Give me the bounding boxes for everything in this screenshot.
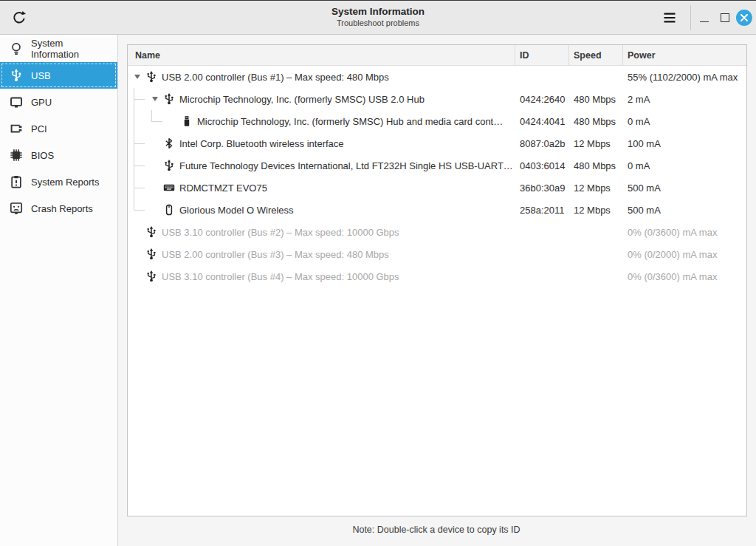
pci-card-icon: [10, 122, 23, 135]
keyboard-icon: [163, 182, 175, 194]
triangle-down-icon: [152, 97, 158, 101]
cell-power: 55% (1102/2000) mA max: [623, 72, 746, 83]
usb-icon: [163, 93, 175, 105]
bluetooth-icon: [163, 137, 175, 149]
sidebar-item-bios[interactable]: BIOS: [0, 142, 117, 168]
table-row[interactable]: USB 2.00 controller (Bus #1) – Max speed…: [128, 66, 746, 88]
device-name: USB 2.00 controller (Bus #3) – Max speed…: [162, 249, 389, 260]
device-name: USB 3.10 controller (Bus #2) – Max speed…: [162, 227, 399, 238]
sidebar-item-label: Crash Reports: [31, 203, 93, 214]
table-row[interactable]: Glorious Model O Wireless 258a:2011 12 M…: [128, 199, 746, 221]
cell-speed: 480 Mbps: [569, 116, 623, 127]
sidebar-item-system-reports[interactable]: System Reports: [0, 168, 117, 195]
table-row[interactable]: RDMCTMZT EVO75 36b0:30a9 12 Mbps 500 mA: [128, 177, 746, 199]
lightbulb-icon: [10, 42, 23, 55]
column-header-speed[interactable]: Speed: [569, 45, 623, 65]
sidebar-item-label: System Information: [31, 38, 111, 60]
usb-icon: [10, 69, 23, 82]
expander-spacer: [129, 243, 145, 265]
tree-connector: [129, 88, 147, 110]
cell-power: 0% (0/3600) mA max: [623, 271, 746, 282]
sidebar-item-label: PCI: [31, 123, 47, 134]
expander-spacer: [165, 110, 181, 132]
close-button[interactable]: [736, 10, 752, 26]
cell-id: 36b0:30a9: [515, 182, 569, 194]
cell-power: 2 mA: [623, 94, 746, 105]
cell-speed: 480 Mbps: [569, 94, 623, 105]
column-header-id[interactable]: ID: [515, 45, 569, 65]
table-row[interactable]: USB 3.10 controller (Bus #2) – Max speed…: [128, 221, 746, 243]
sidebar-item-pci[interactable]: PCI: [0, 115, 117, 142]
table-row[interactable]: Intel Corp. Bluetooth wireless interface…: [128, 132, 746, 154]
window-title: System Information: [230, 5, 526, 18]
cell-speed: 12 Mbps: [569, 205, 623, 216]
expander-spacer: [147, 177, 163, 199]
app-window: System Information Troubleshoot problems…: [0, 0, 756, 546]
tree-connector: [129, 199, 147, 221]
usb-icon: [145, 71, 157, 83]
tree-connector: [129, 132, 147, 154]
table-row[interactable]: Future Technology Devices International,…: [128, 154, 746, 177]
usb-icon: [145, 226, 157, 238]
titlebar: System Information Troubleshoot problems: [0, 1, 756, 35]
sidebar-item-crash-reports[interactable]: Crash Reports: [0, 195, 117, 222]
cell-name: RDMCTMZT EVO75: [128, 177, 515, 199]
refresh-button[interactable]: [10, 8, 29, 27]
expander-spacer: [129, 221, 145, 243]
sidebar-item-label: BIOS: [31, 150, 54, 161]
cell-name: USB 3.10 controller (Bus #4) – Max speed…: [128, 265, 515, 287]
cell-id: 8087:0a2b: [515, 138, 569, 149]
sidebar-item-usb[interactable]: USB: [0, 62, 117, 89]
clipboard-icon: [10, 175, 23, 188]
cell-power: 100 mA: [623, 138, 746, 149]
cell-id: 0424:4041: [515, 116, 569, 127]
title-block: System Information Troubleshoot problems: [230, 5, 526, 28]
table-row[interactable]: Microchip Technology, Inc. (formerly SMS…: [128, 88, 746, 110]
sidebar-item-system-information[interactable]: System Information: [0, 35, 117, 62]
column-header-name[interactable]: Name: [128, 45, 515, 65]
triangle-down-icon: [134, 75, 140, 79]
display-icon: [10, 95, 23, 109]
usb-icon: [145, 270, 157, 282]
cell-power: 0 mA: [623, 160, 746, 171]
column-header-power[interactable]: Power: [623, 45, 746, 65]
cell-id: 258a:2011: [515, 205, 569, 216]
mouse-icon: [163, 204, 175, 216]
cell-name: Glorious Model O Wireless: [128, 199, 515, 221]
expander-icon[interactable]: [129, 66, 145, 88]
device-name: Intel Corp. Bluetooth wireless interface: [179, 138, 344, 149]
sidebar: System Information USB GPU PCI BIOS Syst…: [0, 35, 118, 546]
titlebar-separator: [690, 5, 691, 30]
cell-power: 500 mA: [623, 182, 746, 194]
sidebar-item-label: GPU: [31, 97, 52, 108]
device-name: Microchip Technology, Inc. (formerly SMS…: [197, 116, 503, 127]
cell-speed: 12 Mbps: [569, 138, 623, 149]
cell-id: 0403:6014: [515, 160, 569, 171]
usb-device-table: Name ID Speed Power USB 2.00 controller …: [127, 44, 747, 516]
device-name: USB 2.00 controller (Bus #1) – Max speed…: [162, 72, 389, 83]
cell-name: Future Technology Devices International,…: [128, 154, 515, 177]
maximize-button[interactable]: [718, 10, 732, 25]
close-x-icon: [740, 14, 748, 21]
cell-name: Intel Corp. Bluetooth wireless interface: [128, 132, 515, 154]
cell-power: 500 mA: [623, 205, 746, 216]
sidebar-item-label: System Reports: [31, 177, 99, 188]
expander-icon[interactable]: [147, 88, 163, 110]
device-name: Microchip Technology, Inc. (formerly SMS…: [179, 94, 425, 105]
table-row[interactable]: Microchip Technology, Inc. (formerly SMS…: [128, 110, 746, 132]
sidebar-item-gpu[interactable]: GPU: [0, 89, 117, 115]
cell-speed: 480 Mbps: [569, 160, 623, 171]
tree-connector: [129, 154, 147, 177]
hamburger-menu-icon: [662, 10, 678, 25]
window-subtitle: Troubleshoot problems: [230, 18, 526, 28]
crash-face-icon: [10, 202, 23, 215]
hamburger-menu-button[interactable]: [659, 9, 681, 27]
flash-drive-icon: [181, 115, 193, 127]
table-row[interactable]: USB 3.10 controller (Bus #4) – Max speed…: [128, 265, 746, 287]
device-name: Future Technology Devices International,…: [179, 160, 513, 171]
cell-power: 0 mA: [623, 116, 746, 127]
refresh-icon: [11, 10, 27, 26]
minimize-button[interactable]: [697, 10, 712, 25]
table-row[interactable]: USB 2.00 controller (Bus #3) – Max speed…: [128, 243, 746, 265]
usb-icon: [145, 248, 157, 260]
